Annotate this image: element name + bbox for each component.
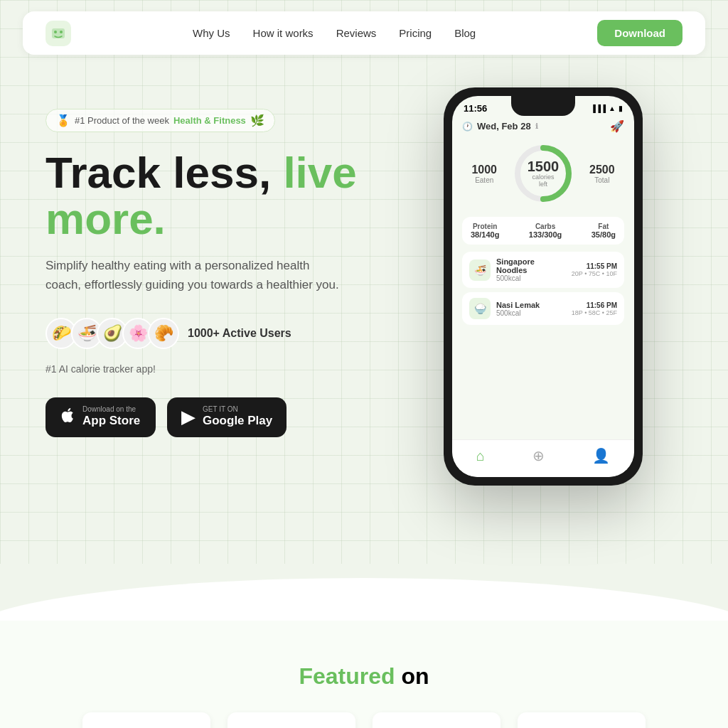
user-count: 1000+ Active Users xyxy=(188,327,291,340)
navbar: Why Us How it works Reviews Pricing Blog… xyxy=(23,11,705,55)
badge-laurel-left: 🏅 xyxy=(56,114,70,127)
phone-date-row: 🕐 Wed, Feb 28 ℹ 🚀 xyxy=(462,119,624,133)
fat-value: 35/80g xyxy=(592,230,616,239)
food-time-1: 11:55 PM xyxy=(572,262,617,270)
appstore-text: Download on the App Store xyxy=(82,406,140,429)
food-details-2: Nasi Lemak 500kcal xyxy=(496,301,566,317)
protein-value: 38/140g xyxy=(471,230,499,239)
nav-link-reviews[interactable]: Reviews xyxy=(336,27,377,39)
calories-total: 2500 Total xyxy=(589,164,615,184)
logo-icon xyxy=(46,21,71,46)
home-nav-icon[interactable]: ⌂ xyxy=(476,448,485,464)
protein-label: Protein xyxy=(471,223,499,230)
nav-download-button[interactable]: Download xyxy=(597,20,682,46)
food-name-2: Nasi Lemak xyxy=(496,301,566,309)
ring-calories-label: calories xyxy=(528,173,560,181)
nav-link-pricing[interactable]: Pricing xyxy=(399,27,432,39)
nav-link-why-us[interactable]: Why Us xyxy=(193,27,230,39)
svg-point-2 xyxy=(60,31,63,33)
phone-time: 11:56 xyxy=(464,103,487,114)
food-log: 🍜 Singapore Noodles 500kcal 11:55 PM 20P… xyxy=(462,252,624,325)
featured-logo-2 xyxy=(228,712,355,728)
play-icon: ▶ xyxy=(181,406,196,428)
svg-point-1 xyxy=(54,31,57,33)
user-avatars: 🌮 🍜 🥑 🌸 🥐 1000+ Active Users xyxy=(46,318,415,349)
appstore-small-label: Download on the xyxy=(82,406,140,413)
phone-status-icons: ▐▐▐ ▲ ▮ xyxy=(591,105,623,112)
appstore-button[interactable]: Download on the App Store xyxy=(46,397,156,437)
store-buttons: Download on the App Store ▶ GET IT ON Go… xyxy=(46,397,415,437)
nav-links: Why Us How it works Reviews Pricing Blog xyxy=(193,27,476,39)
hero-section: 🏅 #1 Product of the week Health & Fitnes… xyxy=(0,66,728,564)
calories-eaten-label: Eaten xyxy=(471,176,497,184)
playstore-text: GET IT ON Google Play xyxy=(203,406,272,429)
featured-title-green: Featured xyxy=(299,663,395,689)
phone-frame: 11:56 ▐▐▐ ▲ ▮ 🕐 Wed, Feb 28 ℹ xyxy=(444,87,643,486)
playstore-big-label: Google Play xyxy=(203,413,272,429)
food-item-1: 🍜 Singapore Noodles 500kcal 11:55 PM 20P… xyxy=(462,252,624,288)
food-kcal-1: 500kcal xyxy=(496,274,566,282)
featured-logos xyxy=(46,712,682,728)
rocket-icon: 🚀 xyxy=(610,119,624,133)
food-time-2: 11:56 PM xyxy=(572,301,617,309)
signal-icon: ▐▐▐ xyxy=(591,105,606,112)
apple-icon xyxy=(60,406,75,428)
carbs-label: Carbs xyxy=(529,223,562,230)
featured-title: Featured on xyxy=(46,663,682,690)
calories-eaten: 1000 Eaten xyxy=(471,164,497,184)
phone-bottom-nav: ⌂ ⊕ 👤 xyxy=(452,439,634,477)
food-icon-1: 🍜 xyxy=(469,259,491,281)
macro-protein: Protein 38/140g xyxy=(471,223,499,239)
calories-eaten-value: 1000 xyxy=(471,164,497,176)
battery-icon: ▮ xyxy=(619,105,623,112)
food-name-1: Singapore Noodles xyxy=(496,257,566,274)
macros-row: Protein 38/140g Carbs 133/300g Fat 35/80… xyxy=(462,217,624,245)
hero-tagline: #1 AI calorie tracker app! xyxy=(46,363,415,375)
food-meta-2: 11:56 PM 18P • 58C • 25F xyxy=(572,301,617,316)
clock-icon: 🕐 xyxy=(462,122,473,132)
featured-logo-3 xyxy=(373,712,500,728)
ring-calories-value: 1500 xyxy=(528,159,560,173)
badge-highlight: Health & Fitness xyxy=(173,115,246,126)
ring-center: 1500 calories left xyxy=(528,159,560,188)
food-macros-2: 18P • 58C • 25F xyxy=(572,309,617,316)
product-badge: 🏅 #1 Product of the week Health & Fitnes… xyxy=(46,109,275,132)
calories-total-label: Total xyxy=(589,176,615,184)
phone-screen: 11:56 ▐▐▐ ▲ ▮ 🕐 Wed, Feb 28 ℹ xyxy=(452,96,634,477)
headline-black: Track less, xyxy=(46,148,271,197)
wifi-icon: ▲ xyxy=(609,105,616,112)
add-nav-icon[interactable]: ⊕ xyxy=(532,447,545,464)
featured-section: Featured on xyxy=(0,621,728,728)
food-macros-1: 20P • 75C • 10F xyxy=(572,270,617,277)
phone-mockup-container: 11:56 ▐▐▐ ▲ ▮ 🕐 Wed, Feb 28 ℹ xyxy=(444,87,657,486)
featured-logo-1 xyxy=(82,712,210,728)
info-icon: ℹ xyxy=(535,122,538,130)
nav-logo xyxy=(46,21,71,46)
playstore-button[interactable]: ▶ GET IT ON Google Play xyxy=(167,397,287,437)
phone-notch xyxy=(511,96,575,116)
phone-date-text: Wed, Feb 28 xyxy=(477,121,531,132)
food-icon-2: 🍚 xyxy=(469,298,491,319)
nav-link-how-it-works[interactable]: How it works xyxy=(253,27,314,39)
phone-date: 🕐 Wed, Feb 28 ℹ xyxy=(462,121,538,132)
hero-content: 🏅 #1 Product of the week Health & Fitnes… xyxy=(46,95,415,437)
macro-fat: Fat 35/80g xyxy=(592,223,616,239)
calorie-ring-section: 1000 Eaten 1500 calories left xyxy=(462,141,624,205)
profile-nav-icon[interactable]: 👤 xyxy=(592,447,610,464)
badge-prefix: #1 Product of the week xyxy=(75,115,169,126)
badge-laurel-right: 🌿 xyxy=(250,114,264,127)
food-item-2: 🍚 Nasi Lemak 500kcal 11:56 PM 18P • 58C … xyxy=(462,292,624,325)
ring-left-label: left xyxy=(528,181,560,188)
nav-link-blog[interactable]: Blog xyxy=(454,27,476,39)
macro-carbs: Carbs 133/300g xyxy=(529,223,562,239)
avatar-group: 🌮 🍜 🥑 🌸 🥐 xyxy=(46,318,179,349)
hero-headline: Track less, live more. xyxy=(46,149,415,242)
phone-content: 🕐 Wed, Feb 28 ℹ 🚀 1000 Eaten xyxy=(452,114,634,331)
featured-title-black: on xyxy=(401,663,429,689)
calories-total-value: 2500 xyxy=(589,164,615,176)
featured-logo-4 xyxy=(518,712,646,728)
food-meta-1: 11:55 PM 20P • 75C • 10F xyxy=(572,262,617,277)
food-kcal-2: 500kcal xyxy=(496,309,566,317)
food-details-1: Singapore Noodles 500kcal xyxy=(496,257,566,282)
carbs-value: 133/300g xyxy=(529,230,562,239)
